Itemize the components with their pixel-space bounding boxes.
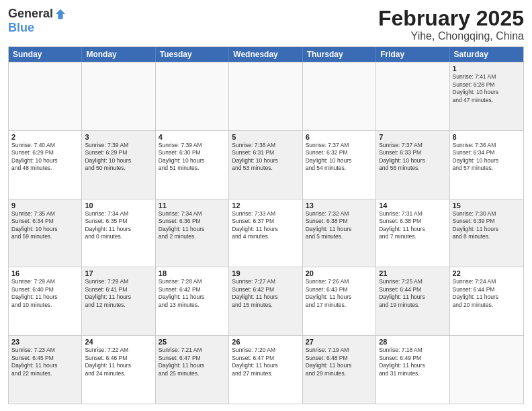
cal-cell: 19Sunrise: 7:27 AM Sunset: 6:42 PM Dayli… bbox=[229, 267, 302, 335]
day-info: Sunrise: 7:39 AM Sunset: 6:30 PM Dayligh… bbox=[159, 142, 226, 173]
day-info: Sunrise: 7:35 AM Sunset: 6:34 PM Dayligh… bbox=[11, 210, 79, 241]
day-number: 16 bbox=[11, 269, 79, 277]
cal-cell: 18Sunrise: 7:28 AM Sunset: 6:42 PM Dayli… bbox=[156, 267, 229, 335]
cal-header-monday: Monday bbox=[82, 47, 155, 62]
day-info: Sunrise: 7:27 AM Sunset: 6:42 PM Dayligh… bbox=[232, 278, 299, 309]
cal-header-wednesday: Wednesday bbox=[229, 47, 302, 62]
cal-cell: 23Sunrise: 7:23 AM Sunset: 6:45 PM Dayli… bbox=[9, 336, 82, 404]
cal-cell: 22Sunrise: 7:24 AM Sunset: 6:44 PM Dayli… bbox=[450, 267, 523, 335]
cal-header-saturday: Saturday bbox=[450, 47, 523, 62]
day-info: Sunrise: 7:33 AM Sunset: 6:37 PM Dayligh… bbox=[232, 210, 299, 241]
cal-cell: 27Sunrise: 7:19 AM Sunset: 6:48 PM Dayli… bbox=[303, 336, 376, 404]
day-number: 15 bbox=[453, 201, 521, 210]
cal-cell: 3Sunrise: 7:39 AM Sunset: 6:29 PM Daylig… bbox=[82, 131, 155, 199]
day-number: 24 bbox=[85, 338, 152, 346]
day-info: Sunrise: 7:41 AM Sunset: 6:28 PM Dayligh… bbox=[453, 73, 521, 104]
cal-cell bbox=[229, 62, 302, 130]
day-info: Sunrise: 7:24 AM Sunset: 6:44 PM Dayligh… bbox=[453, 278, 521, 309]
day-info: Sunrise: 7:30 AM Sunset: 6:39 PM Dayligh… bbox=[453, 210, 521, 241]
title-section: February 2025 Yihe, Chongqing, China bbox=[378, 7, 524, 42]
cal-cell: 13Sunrise: 7:32 AM Sunset: 6:38 PM Dayli… bbox=[303, 199, 376, 267]
logo-general-text: General bbox=[8, 7, 53, 21]
cal-cell: 14Sunrise: 7:31 AM Sunset: 6:38 PM Dayli… bbox=[376, 199, 449, 267]
logo-icon bbox=[54, 8, 66, 20]
cal-cell: 8Sunrise: 7:36 AM Sunset: 6:34 PM Daylig… bbox=[450, 131, 523, 199]
cal-row-4: 23Sunrise: 7:23 AM Sunset: 6:45 PM Dayli… bbox=[9, 335, 523, 404]
header: General Blue February 2025 Yihe, Chongqi… bbox=[8, 7, 524, 42]
calendar-header-row: SundayMondayTuesdayWednesdayThursdayFrid… bbox=[9, 47, 523, 62]
day-info: Sunrise: 7:37 AM Sunset: 6:32 PM Dayligh… bbox=[306, 142, 373, 173]
day-number: 1 bbox=[453, 64, 521, 73]
calendar: SundayMondayTuesdayWednesdayThursdayFrid… bbox=[8, 46, 524, 404]
cal-cell: 17Sunrise: 7:29 AM Sunset: 6:41 PM Dayli… bbox=[82, 267, 155, 335]
day-number: 18 bbox=[159, 269, 226, 277]
day-info: Sunrise: 7:36 AM Sunset: 6:34 PM Dayligh… bbox=[453, 142, 521, 173]
day-info: Sunrise: 7:38 AM Sunset: 6:31 PM Dayligh… bbox=[232, 142, 299, 173]
cal-cell bbox=[376, 62, 449, 130]
day-info: Sunrise: 7:28 AM Sunset: 6:42 PM Dayligh… bbox=[159, 278, 226, 309]
day-number: 5 bbox=[232, 133, 299, 141]
day-info: Sunrise: 7:31 AM Sunset: 6:38 PM Dayligh… bbox=[379, 210, 446, 241]
day-number: 12 bbox=[232, 201, 299, 210]
day-number: 13 bbox=[306, 201, 373, 210]
day-info: Sunrise: 7:34 AM Sunset: 6:36 PM Dayligh… bbox=[159, 210, 226, 241]
cal-cell: 28Sunrise: 7:18 AM Sunset: 6:49 PM Dayli… bbox=[376, 336, 449, 404]
cal-cell: 16Sunrise: 7:29 AM Sunset: 6:40 PM Dayli… bbox=[9, 267, 82, 335]
day-number: 25 bbox=[159, 338, 226, 346]
cal-cell bbox=[82, 62, 155, 130]
cal-cell: 10Sunrise: 7:34 AM Sunset: 6:35 PM Dayli… bbox=[82, 199, 155, 267]
logo: General Blue bbox=[8, 7, 66, 35]
day-info: Sunrise: 7:34 AM Sunset: 6:35 PM Dayligh… bbox=[85, 210, 152, 241]
cal-cell: 15Sunrise: 7:30 AM Sunset: 6:39 PM Dayli… bbox=[450, 199, 523, 267]
cal-header-sunday: Sunday bbox=[9, 47, 82, 62]
day-info: Sunrise: 7:19 AM Sunset: 6:48 PM Dayligh… bbox=[306, 347, 373, 377]
cal-cell: 11Sunrise: 7:34 AM Sunset: 6:36 PM Dayli… bbox=[156, 199, 229, 267]
day-info: Sunrise: 7:25 AM Sunset: 6:44 PM Dayligh… bbox=[379, 278, 446, 309]
day-number: 23 bbox=[11, 338, 79, 346]
day-info: Sunrise: 7:40 AM Sunset: 6:29 PM Dayligh… bbox=[11, 142, 79, 173]
day-info: Sunrise: 7:18 AM Sunset: 6:49 PM Dayligh… bbox=[379, 347, 446, 377]
cal-header-thursday: Thursday bbox=[303, 47, 376, 62]
cal-row-1: 2Sunrise: 7:40 AM Sunset: 6:29 PM Daylig… bbox=[9, 130, 523, 199]
day-number: 7 bbox=[379, 133, 446, 141]
cal-cell bbox=[450, 336, 523, 404]
cal-header-friday: Friday bbox=[376, 47, 449, 62]
day-number: 19 bbox=[232, 269, 299, 277]
cal-cell: 24Sunrise: 7:22 AM Sunset: 6:46 PM Dayli… bbox=[82, 336, 155, 404]
day-number: 27 bbox=[306, 338, 373, 346]
cal-cell bbox=[156, 62, 229, 130]
cal-row-0: 1Sunrise: 7:41 AM Sunset: 6:28 PM Daylig… bbox=[9, 62, 523, 130]
day-info: Sunrise: 7:23 AM Sunset: 6:45 PM Dayligh… bbox=[11, 347, 79, 377]
cal-cell: 6Sunrise: 7:37 AM Sunset: 6:32 PM Daylig… bbox=[303, 131, 376, 199]
cal-cell bbox=[9, 62, 82, 130]
day-number: 20 bbox=[306, 269, 373, 277]
day-info: Sunrise: 7:22 AM Sunset: 6:46 PM Dayligh… bbox=[85, 347, 152, 377]
svg-marker-0 bbox=[56, 9, 65, 18]
day-number: 14 bbox=[379, 201, 446, 210]
cal-cell bbox=[303, 62, 376, 130]
day-info: Sunrise: 7:32 AM Sunset: 6:38 PM Dayligh… bbox=[306, 210, 373, 241]
day-number: 28 bbox=[379, 338, 446, 346]
day-number: 10 bbox=[85, 201, 152, 210]
cal-cell: 9Sunrise: 7:35 AM Sunset: 6:34 PM Daylig… bbox=[9, 199, 82, 267]
day-info: Sunrise: 7:29 AM Sunset: 6:40 PM Dayligh… bbox=[11, 278, 79, 309]
cal-cell: 25Sunrise: 7:21 AM Sunset: 6:47 PM Dayli… bbox=[156, 336, 229, 404]
day-info: Sunrise: 7:37 AM Sunset: 6:33 PM Dayligh… bbox=[379, 142, 446, 173]
cal-cell: 7Sunrise: 7:37 AM Sunset: 6:33 PM Daylig… bbox=[376, 131, 449, 199]
calendar-subtitle: Yihe, Chongqing, China bbox=[378, 30, 524, 42]
cal-cell: 21Sunrise: 7:25 AM Sunset: 6:44 PM Dayli… bbox=[376, 267, 449, 335]
cal-cell: 2Sunrise: 7:40 AM Sunset: 6:29 PM Daylig… bbox=[9, 131, 82, 199]
day-info: Sunrise: 7:21 AM Sunset: 6:47 PM Dayligh… bbox=[159, 347, 226, 377]
day-number: 4 bbox=[159, 133, 226, 141]
day-number: 26 bbox=[232, 338, 299, 346]
logo-blue-text: Blue bbox=[8, 21, 34, 35]
calendar-body: 1Sunrise: 7:41 AM Sunset: 6:28 PM Daylig… bbox=[9, 62, 523, 404]
cal-cell: 20Sunrise: 7:26 AM Sunset: 6:43 PM Dayli… bbox=[303, 267, 376, 335]
day-info: Sunrise: 7:39 AM Sunset: 6:29 PM Dayligh… bbox=[85, 142, 152, 173]
page: General Blue February 2025 Yihe, Chongqi… bbox=[0, 0, 532, 411]
cal-cell: 1Sunrise: 7:41 AM Sunset: 6:28 PM Daylig… bbox=[450, 62, 523, 130]
day-number: 6 bbox=[306, 133, 373, 141]
day-info: Sunrise: 7:26 AM Sunset: 6:43 PM Dayligh… bbox=[306, 278, 373, 309]
day-number: 17 bbox=[85, 269, 152, 277]
day-number: 2 bbox=[11, 133, 79, 141]
